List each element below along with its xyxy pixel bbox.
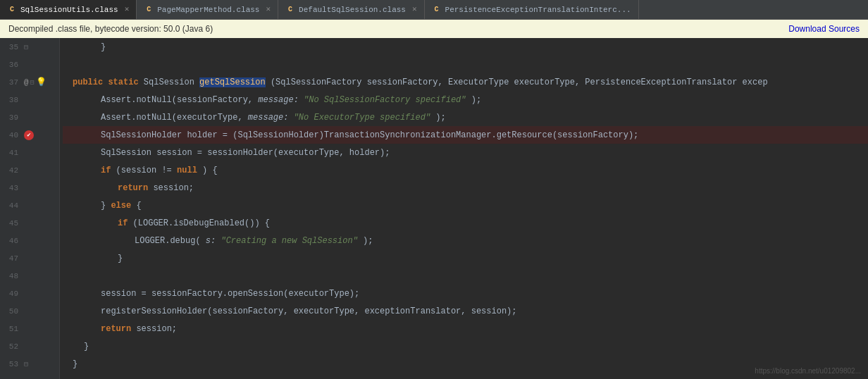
code-text-35: }: [67, 42, 106, 52]
line-num-35: 35: [0, 43, 23, 51]
line-num-52: 52: [0, 342, 23, 351]
tab-label-4: PersistenceExceptionTranslationInterc...: [445, 6, 631, 14]
code-text-52: }: [67, 342, 89, 352]
line-num-49: 49: [0, 290, 23, 298]
code-text-51: return session;: [67, 324, 177, 334]
code-line-41: SqlSession session = sessionHolder(execu…: [63, 144, 868, 161]
tab-bar: C SqlSessionUtils.class ✕ C PageMapperMe…: [0, 0, 868, 20]
code-line-49: session = sessionFactory.openSession(exe…: [63, 285, 868, 302]
code-line-40: SqlSessionHolder holder = (SqlSessionHol…: [63, 126, 868, 144]
warning-icon-37: 💡: [36, 77, 46, 87]
code-text-44: } else {: [67, 201, 142, 211]
code-text-40: SqlSessionHolder holder = (SqlSessionHol…: [67, 130, 638, 140]
tab-persistenceexception[interactable]: C PersistenceExceptionTranslationInterc.…: [425, 0, 639, 19]
gutter-row-37: 37 @ ⊟ 💡: [0, 73, 59, 91]
code-text-46: LOGGER.debug( s: "Creating a new SqlSess…: [67, 236, 373, 246]
gutter-row-46: 46: [0, 232, 59, 249]
line-num-41: 41: [0, 149, 23, 157]
gutter-row-45: 45: [0, 214, 59, 232]
at-icon-37: @: [24, 78, 29, 87]
line-num-37: 37: [0, 78, 23, 87]
gutter-row-48: 48: [0, 267, 59, 285]
line-num-48: 48: [0, 272, 23, 280]
gutter-row-36: 36: [0, 56, 59, 73]
gutter-icons-53: ⊟: [23, 360, 28, 368]
tab-label-3: DefaultSqlSession.class: [299, 6, 406, 14]
error-icon-40: ✔: [24, 130, 34, 140]
tab-label-1: SqlSessionUtils.class: [20, 6, 118, 14]
line-num-39: 39: [0, 113, 23, 122]
code-line-47: }: [63, 249, 868, 267]
gutter-row-51: 51: [0, 320, 59, 337]
line-num-36: 36: [0, 61, 23, 69]
code-text-39: Assert.notNull(executorType, message: "N…: [67, 113, 446, 123]
class-icon-1: C: [7, 5, 17, 15]
code-line-46: LOGGER.debug( s: "Creating a new SqlSess…: [63, 232, 868, 249]
code-text-41: SqlSession session = sessionHolder(execu…: [67, 148, 390, 158]
line-num-51: 51: [0, 325, 23, 333]
gutter-row-40: 40 ✔: [0, 126, 59, 144]
tab-defaultsqlsession[interactable]: C DefaultSqlSession.class ✕: [278, 0, 424, 19]
code-line-37: public static SqlSession getSqlSession (…: [63, 73, 868, 91]
line-num-44: 44: [0, 201, 23, 210]
line-num-42: 42: [0, 166, 23, 175]
code-line-43: return session;: [63, 179, 868, 197]
gutter-row-38: 38: [0, 91, 59, 108]
line-num-46: 46: [0, 237, 23, 245]
fold-icon-53[interactable]: ⊟: [24, 360, 28, 368]
class-icon-3: C: [285, 5, 295, 15]
gutter-row-39: 39: [0, 108, 59, 126]
code-line-39: Assert.notNull(executorType, message: "N…: [63, 108, 868, 126]
code-text-50: registerSessionHolder(sessionFactory, ex…: [67, 306, 517, 316]
code-text-47: }: [67, 254, 123, 263]
download-sources-link[interactable]: Download Sources: [788, 24, 860, 34]
code-text-37: public static SqlSession getSqlSession (…: [67, 77, 768, 87]
gutter-icons-40: ✔: [23, 130, 34, 140]
code-line-36: [63, 56, 868, 73]
gutter-row-42: 42: [0, 161, 59, 179]
gutter-row-52: 52: [0, 337, 59, 355]
gutter-row-47: 47: [0, 249, 59, 267]
code-area: 35 ⊟ 36 37 @ ⊟ 💡 38 39 40: [0, 38, 868, 379]
tab-close-1[interactable]: ✕: [125, 6, 130, 13]
tab-pagemappermethod[interactable]: C PageMapperMethod.class ✕: [137, 0, 278, 19]
decompile-info: Decompiled .class file, bytecode version…: [8, 24, 213, 34]
code-line-42: if (session != null ) {: [63, 161, 868, 179]
code-line-51: return session;: [63, 320, 868, 337]
tab-close-3[interactable]: ✕: [412, 6, 417, 13]
code-text-45: if (LOGGER.isDebugEnabled()) {: [67, 218, 270, 228]
fold-icon-35[interactable]: ⊟: [24, 43, 28, 51]
code-line-48: [63, 267, 868, 285]
info-bar: Decompiled .class file, bytecode version…: [0, 20, 868, 38]
tab-label-2: PageMapperMethod.class: [157, 6, 259, 14]
code-line-38: Assert.notNull(sessionFactory, message: …: [63, 91, 868, 108]
gutter: 35 ⊟ 36 37 @ ⊟ 💡 38 39 40: [0, 38, 60, 379]
fold-icon-37[interactable]: ⊟: [30, 78, 35, 87]
gutter-row-50: 50: [0, 302, 59, 320]
code-line-52: }: [63, 337, 868, 355]
line-num-43: 43: [0, 184, 23, 192]
gutter-icons-35: ⊟: [23, 43, 28, 51]
gutter-row-41: 41: [0, 144, 59, 161]
line-num-40: 40: [0, 131, 23, 139]
gutter-row-53: 53 ⊟: [0, 355, 59, 373]
code-line-35: }: [63, 38, 868, 56]
watermark: https://blog.csdn.net/u01209802...: [755, 367, 861, 375]
line-num-47: 47: [0, 254, 23, 263]
code-text-53: }: [67, 359, 78, 369]
gutter-row-43: 43: [0, 179, 59, 197]
code-text-49: session = sessionFactory.openSession(exe…: [67, 289, 359, 299]
line-num-45: 45: [0, 219, 23, 228]
code-text-38: Assert.notNull(sessionFactory, message: …: [67, 95, 481, 105]
tab-sqlsessionutils[interactable]: C SqlSessionUtils.class ✕: [0, 0, 137, 19]
class-icon-4: C: [432, 5, 442, 15]
line-num-53: 53: [0, 360, 23, 368]
gutter-icons-37: @ ⊟ 💡: [23, 77, 46, 87]
tab-close-2[interactable]: ✕: [266, 6, 271, 13]
line-num-38: 38: [0, 96, 23, 104]
class-icon-2: C: [144, 5, 154, 15]
gutter-row-49: 49: [0, 285, 59, 302]
code-line-45: if (LOGGER.isDebugEnabled()) {: [63, 214, 868, 232]
code-content[interactable]: } public static SqlSession getSqlSession…: [60, 38, 868, 379]
line-num-50: 50: [0, 307, 23, 316]
